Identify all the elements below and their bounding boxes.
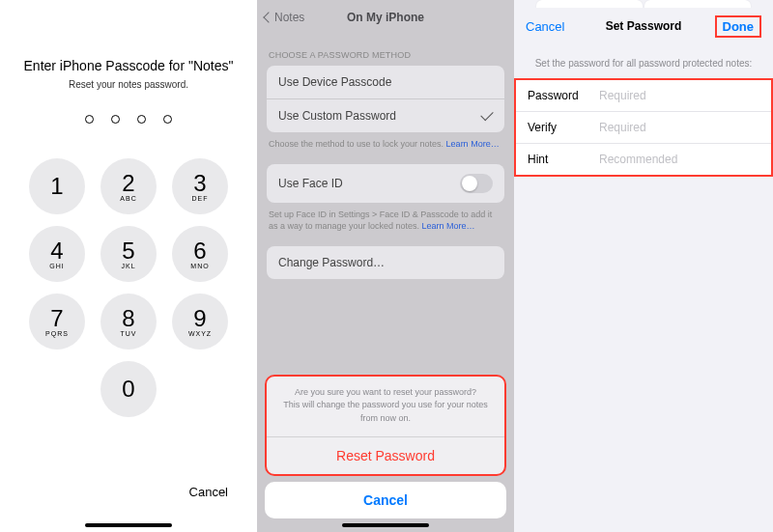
key-2[interactable]: 2ABC	[100, 158, 157, 214]
key-9[interactable]: 9WXYZ	[172, 294, 228, 350]
cancel-button[interactable]: Cancel	[189, 485, 228, 499]
passcode-dot	[111, 115, 120, 124]
passcode-title: Enter iPhone Passcode for "Notes"	[0, 58, 257, 73]
change-password-group: Change Password…	[267, 246, 504, 279]
faceid-toggle[interactable]	[460, 174, 493, 193]
password-label: Password	[528, 89, 599, 102]
hint-field-row[interactable]: Hint Recommended	[516, 143, 771, 175]
key-0[interactable]: 0	[100, 361, 157, 417]
section-header: CHOOSE A PASSWORD METHOD	[257, 35, 514, 66]
change-password-row[interactable]: Change Password…	[267, 246, 504, 279]
checkmark-icon	[480, 108, 493, 121]
action-sheet-box: Are you sure you want to reset your pass…	[265, 375, 506, 477]
faceid-row[interactable]: Use Face ID	[267, 164, 504, 203]
key-1[interactable]: 1	[29, 158, 85, 214]
keypad: 1 2ABC 3DEF 4GHI 5JKL 6MNO 7PQRS 8TUV 9W…	[27, 158, 230, 417]
set-password-subtitle: Set the password for all password protec…	[514, 44, 773, 78]
password-input[interactable]: Required	[599, 89, 646, 102]
nav-bar: Notes On My iPhone	[257, 0, 514, 35]
faceid-group: Use Face ID	[267, 164, 504, 203]
key-3[interactable]: 3DEF	[172, 158, 228, 214]
password-field-row[interactable]: Password Required	[516, 80, 771, 111]
passcode-screen: Enter iPhone Passcode for "Notes" Reset …	[0, 0, 257, 532]
set-password-screen: Cancel Set Password Done Set the passwor…	[514, 0, 773, 532]
hint-input[interactable]: Recommended	[599, 153, 677, 166]
passcode-dot	[85, 115, 94, 124]
key-4[interactable]: 4GHI	[29, 226, 85, 282]
faceid-footer: Set up Face ID in Settings > Face ID & P…	[257, 203, 514, 233]
sheet-message: Are you sure you want to reset your pass…	[267, 377, 504, 437]
verify-input[interactable]: Required	[599, 121, 646, 134]
cancel-button[interactable]: Cancel	[526, 19, 564, 34]
method-footer: Choose the method to use to lock your no…	[257, 132, 514, 151]
sheet-cancel-button[interactable]: Cancel	[265, 482, 506, 518]
key-7[interactable]: 7PQRS	[29, 294, 85, 350]
verify-field-row[interactable]: Verify Required	[516, 111, 771, 143]
use-device-passcode-row[interactable]: Use Device Passcode	[267, 66, 504, 98]
key-8[interactable]: 8TUV	[100, 294, 157, 350]
home-indicator[interactable]	[85, 523, 172, 527]
passcode-subtitle: Reset your notes password.	[0, 79, 257, 90]
password-fields-group: Password Required Verify Required Hint R…	[514, 78, 773, 177]
passcode-dots	[0, 115, 257, 124]
passcode-dot	[137, 115, 146, 124]
action-sheet: Are you sure you want to reset your pass…	[265, 375, 506, 519]
verify-label: Verify	[528, 121, 599, 134]
hint-label: Hint	[528, 153, 599, 166]
use-custom-password-row[interactable]: Use Custom Password	[267, 98, 504, 132]
key-6[interactable]: 6MNO	[172, 226, 228, 282]
learn-more-link[interactable]: Learn More…	[422, 221, 475, 231]
home-indicator[interactable]	[342, 523, 429, 527]
nav-title: On My iPhone	[257, 11, 514, 24]
nav-bar: Cancel Set Password Done	[514, 8, 773, 44]
reset-password-button[interactable]: Reset Password	[267, 436, 504, 474]
passcode-dot	[163, 115, 172, 124]
done-button[interactable]: Done	[715, 15, 762, 38]
password-method-group: Use Device Passcode Use Custom Password	[267, 66, 504, 132]
learn-more-link[interactable]: Learn More…	[446, 139, 500, 149]
key-5[interactable]: 5JKL	[100, 226, 157, 282]
notes-settings-screen: Notes On My iPhone CHOOSE A PASSWORD MET…	[257, 0, 514, 532]
